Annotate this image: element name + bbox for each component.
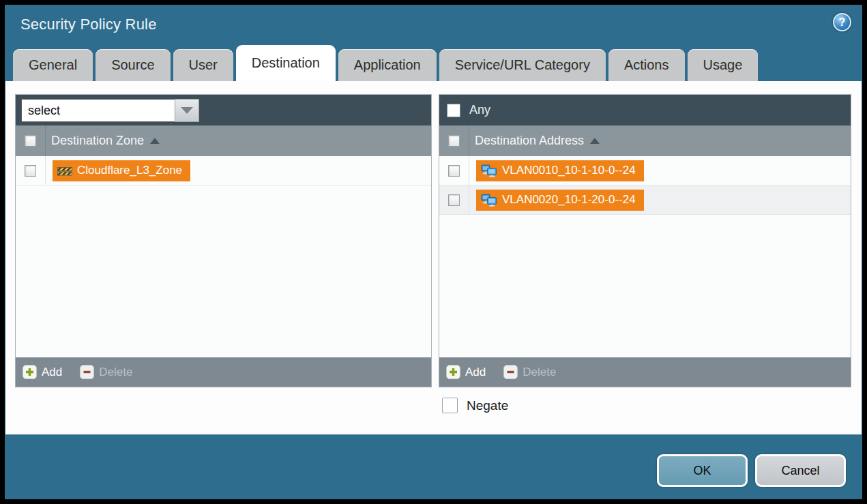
address-list: VLAN0010_10-1-10-0--24	[439, 156, 851, 357]
destination-zone-panel: select Destination Zone	[15, 94, 432, 387]
row-checkbox-cell	[16, 156, 46, 185]
row-checkbox-cell	[439, 156, 469, 185]
zone-select-combo: select	[21, 99, 199, 122]
ok-button[interactable]: OK	[657, 454, 748, 487]
delete-icon	[80, 365, 94, 379]
row-checkbox[interactable]	[448, 165, 460, 177]
delete-address-button[interactable]: Delete	[503, 365, 556, 379]
tab-actions[interactable]: Actions	[608, 49, 685, 81]
tab-user[interactable]: User	[173, 49, 233, 81]
any-checkbox[interactable]	[447, 104, 460, 117]
table-row[interactable]: Cloudflare_L3_Zone	[16, 156, 431, 186]
tab-bar: General Source User Destination Applicat…	[13, 45, 758, 81]
address-icon	[481, 164, 497, 177]
address-footer-toolbar: Add Delete	[439, 357, 851, 387]
sort-ascending-icon	[150, 138, 160, 144]
security-policy-rule-dialog: Security Policy Rule ? General Source Us…	[5, 5, 862, 499]
zone-column-header[interactable]: Destination Zone	[51, 134, 144, 148]
tab-usage[interactable]: Usage	[688, 49, 759, 81]
address-chip[interactable]: VLAN0010_10-1-10-0--24	[476, 160, 644, 181]
zone-list: Cloudflare_L3_Zone	[16, 156, 431, 357]
add-address-button[interactable]: Add	[446, 365, 486, 379]
zone-chip[interactable]: Cloudflare_L3_Zone	[53, 160, 190, 181]
any-label: Any	[469, 103, 490, 117]
row-checkbox[interactable]	[25, 165, 36, 177]
zone-select-all-cell	[16, 125, 46, 156]
tab-application[interactable]: Application	[338, 49, 437, 81]
delete-label: Delete	[523, 366, 556, 379]
negate-checkbox[interactable]	[442, 398, 458, 413]
zone-label: Cloudflare_L3_Zone	[77, 164, 182, 177]
zone-footer-toolbar: Add Delete	[16, 357, 431, 387]
delete-label: Delete	[99, 366, 132, 379]
add-zone-button[interactable]: Add	[23, 365, 62, 379]
chevron-down-icon	[181, 107, 193, 114]
zone-select-dropdown-button[interactable]	[175, 99, 199, 122]
address-any-toolbar: Any	[439, 95, 851, 125]
tab-general[interactable]: General	[13, 49, 93, 81]
address-chip[interactable]: VLAN0020_10-1-20-0--24	[476, 190, 644, 211]
tab-content: select Destination Zone	[5, 81, 862, 434]
row-checkbox[interactable]	[448, 194, 460, 206]
zone-select-input[interactable]: select	[21, 99, 175, 122]
address-label: VLAN0010_10-1-10-0--24	[502, 164, 636, 177]
table-row[interactable]: VLAN0010_10-1-10-0--24	[439, 156, 851, 186]
table-row[interactable]: VLAN0020_10-1-20-0--24	[439, 186, 851, 215]
sort-ascending-icon	[590, 138, 600, 144]
address-icon	[481, 194, 497, 207]
destination-address-panel: Any Destination Address	[439, 94, 851, 387]
add-icon	[446, 365, 460, 379]
tab-destination[interactable]: Destination	[236, 45, 336, 81]
help-icon[interactable]: ?	[833, 13, 851, 31]
zone-filter-toolbar: select	[16, 95, 431, 125]
tab-service-url-category[interactable]: Service/URL Category	[439, 49, 606, 81]
zone-select-all-checkbox[interactable]	[25, 135, 36, 147]
negate-option: Negate	[442, 398, 508, 413]
address-select-all-checkbox[interactable]	[448, 135, 460, 147]
delete-icon	[503, 365, 518, 379]
screenshot-frame: Security Policy Rule ? General Source Us…	[0, 0, 867, 504]
address-column-header-row: Destination Address	[439, 125, 851, 156]
negate-label: Negate	[467, 398, 508, 413]
zone-icon	[57, 165, 72, 177]
zone-column-header-row: Destination Zone	[16, 125, 431, 156]
address-label: VLAN0020_10-1-20-0--24	[502, 193, 636, 207]
add-label: Add	[42, 366, 62, 379]
delete-zone-button[interactable]: Delete	[80, 365, 132, 379]
dialog-title: Security Policy Rule	[20, 16, 157, 33]
add-icon	[23, 365, 37, 379]
tab-source[interactable]: Source	[95, 49, 170, 81]
address-column-header[interactable]: Destination Address	[475, 134, 584, 148]
cancel-button[interactable]: Cancel	[755, 454, 846, 487]
address-select-all-cell	[439, 125, 469, 156]
add-label: Add	[465, 366, 486, 379]
row-checkbox-cell	[439, 186, 469, 214]
